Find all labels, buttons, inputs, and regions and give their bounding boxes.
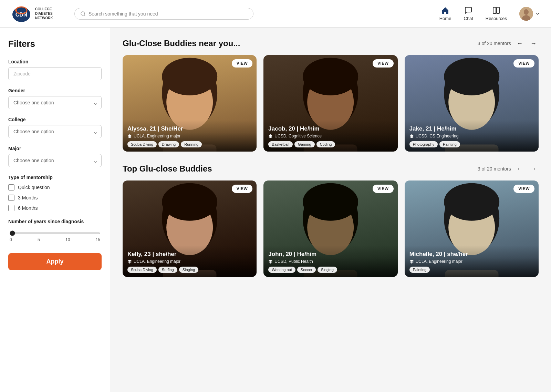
location-input[interactable] — [8, 67, 102, 80]
card-tags-jacob: BasketballGamingCoding — [268, 141, 393, 147]
gender-select-wrapper: Choose one option Male Female Non-binary… — [8, 96, 102, 109]
svg-rect-7 — [497, 7, 499, 13]
cdn-logo-icon: CDN — [11, 3, 32, 24]
logo-text: College Diabetes Network — [35, 7, 53, 20]
avatar-image — [519, 7, 533, 21]
chat-icon — [464, 6, 472, 14]
card-tags-kelly: Scuba DivingSurfingSinging — [127, 267, 252, 273]
checkbox-6-months[interactable]: 6 Months — [8, 205, 102, 211]
near-you-next-button[interactable]: → — [528, 39, 539, 48]
mentor-card-jacob[interactable]: VIEW Jacob, 20 | He/him UCSD, Cognitive … — [263, 55, 397, 152]
svg-point-19 — [303, 58, 358, 95]
user-avatar-area[interactable] — [519, 7, 540, 21]
top-buddies-next-button[interactable]: → — [528, 165, 539, 173]
checkbox-3-months-label: 3 Months — [18, 195, 38, 200]
near-you-prev-button[interactable]: ← — [514, 39, 525, 48]
school-icon — [409, 134, 414, 138]
slider-label-0: 0 — [10, 237, 12, 242]
near-you-cards: VIEW Alyssa, 21 | She/Her UCLA, Engineer… — [123, 55, 539, 152]
mentor-card-john[interactable]: VIEW John, 20 | He/him UCSD, Public Heal… — [263, 180, 397, 277]
card-school-michelle: UCLA, Engineering major — [409, 259, 534, 264]
checkbox-6-months-input[interactable] — [8, 205, 14, 211]
college-label: College — [8, 117, 102, 122]
card-tag: Singing — [318, 267, 337, 273]
near-you-count: 3 of 20 mentors — [478, 41, 511, 46]
card-tag: Working out — [268, 267, 295, 273]
mentor-card-alyssa[interactable]: VIEW Alyssa, 21 | She/Her UCLA, Engineer… — [123, 55, 257, 152]
search-bar[interactable] — [74, 8, 253, 20]
card-overlay-kelly: Kelly, 23 | she/her UCLA, Engineering ma… — [123, 245, 257, 277]
nav-chat[interactable]: Chat — [464, 6, 473, 21]
checkbox-quick-question-input[interactable] — [8, 184, 14, 190]
card-tag: Soccer — [297, 267, 316, 273]
chevron-down-icon — [535, 11, 540, 16]
card-tag: Drawing — [158, 141, 179, 147]
card-tag: Scuba Diving — [127, 141, 157, 147]
card-tags-michelle: Painting — [409, 267, 534, 273]
mentor-card-jake[interactable]: VIEW Jake, 21 | He/him UCSD, CS Engineer… — [405, 55, 539, 152]
mentor-card-michelle[interactable]: VIEW Michelle, 20 | she/her UCLA, Engine… — [405, 180, 539, 277]
checkbox-6-months-label: 6 Months — [18, 205, 38, 211]
card-overlay-john: John, 20 | He/him UCSD, Public Health Wo… — [263, 245, 397, 277]
checkbox-quick-question[interactable]: Quick question — [8, 184, 102, 190]
school-icon — [268, 259, 273, 264]
view-button-alyssa[interactable]: VIEW — [232, 59, 253, 68]
card-tag: Coding — [316, 141, 335, 147]
main-content: Glu-Close Buddies near you... 3 of 20 me… — [110, 28, 551, 392]
years-slider[interactable] — [10, 233, 100, 234]
gender-select[interactable]: Choose one option Male Female Non-binary — [8, 96, 102, 109]
nav-home[interactable]: Home — [439, 6, 451, 21]
logo[interactable]: CDN College Diabetes Network — [11, 3, 66, 24]
view-button-jacob[interactable]: VIEW — [373, 59, 394, 68]
checkbox-3-months[interactable]: 3 Months — [8, 195, 102, 201]
card-school-alyssa: UCLA, Engineering major — [127, 134, 252, 138]
view-button-michelle[interactable]: VIEW — [513, 185, 534, 193]
college-select[interactable]: Choose one option UCLA UCSD USC — [8, 125, 102, 138]
slider-label-5: 5 — [38, 237, 40, 242]
card-name-jacob: Jacob, 20 | He/him — [268, 125, 393, 132]
svg-point-13 — [162, 58, 217, 95]
svg-point-37 — [303, 183, 358, 221]
card-name-michelle: Michelle, 20 | she/her — [409, 251, 534, 258]
view-button-kelly[interactable]: VIEW — [232, 185, 253, 193]
view-button-john[interactable]: VIEW — [373, 185, 394, 193]
top-buddies-count: 3 of 20 mentors — [478, 166, 511, 172]
card-tags-alyssa: Scuba DivingDrawingRunning — [127, 141, 252, 147]
checkbox-3-months-input[interactable] — [8, 195, 14, 201]
location-filter: Location — [8, 59, 102, 80]
search-input[interactable] — [89, 11, 248, 17]
card-school-jake: UCSD, CS Engineering — [409, 134, 534, 138]
nav-resources[interactable]: Resources — [486, 6, 507, 21]
view-button-jake[interactable]: VIEW — [513, 59, 534, 68]
major-filter: Major Choose one option Engineering CS P… — [8, 146, 102, 167]
nav-area: Home Chat Resources — [439, 6, 540, 21]
svg-point-43 — [444, 183, 499, 221]
diagnosis-title: Number of years since diagnosis — [8, 219, 102, 224]
card-tag: Photography — [409, 141, 438, 147]
major-select[interactable]: Choose one option Engineering CS Public … — [8, 154, 102, 167]
school-icon — [127, 134, 132, 138]
checkbox-quick-question-label: Quick question — [18, 185, 50, 190]
major-label: Major — [8, 146, 102, 151]
svg-point-25 — [444, 58, 499, 95]
top-buddies-prev-button[interactable]: ← — [514, 165, 525, 173]
card-name-jake: Jake, 21 | He/him — [409, 125, 534, 132]
card-school-kelly: UCLA, Engineering major — [127, 259, 252, 264]
mentor-card-kelly[interactable]: VIEW Kelly, 23 | she/her UCLA, Engineeri… — [123, 180, 257, 277]
svg-point-4 — [81, 12, 85, 16]
slider-wrapper: 0 5 10 15 — [8, 229, 102, 242]
near-you-header: Glu-Close Buddies near you... 3 of 20 me… — [123, 39, 539, 48]
card-overlay-jacob: Jacob, 20 | He/him UCSD, Cognitive Scien… — [263, 120, 397, 152]
card-tag: Surfing — [158, 267, 177, 273]
card-overlay-alyssa: Alyssa, 21 | She/Her UCLA, Engineering m… — [123, 120, 257, 152]
top-buddies-header: Top Glu-close Buddies 3 of 20 mentors ← … — [123, 164, 539, 174]
slider-label-15: 15 — [96, 237, 100, 242]
card-tag: Painting — [409, 267, 430, 273]
top-buddies-title: Top Glu-close Buddies — [123, 164, 212, 174]
college-filter: College Choose one option UCLA UCSD USC … — [8, 117, 102, 138]
school-icon — [127, 259, 132, 264]
slider-label-10: 10 — [65, 237, 70, 242]
apply-button[interactable]: Apply — [8, 253, 102, 270]
sidebar-title: Filters — [8, 39, 102, 49]
book-icon — [492, 6, 500, 14]
